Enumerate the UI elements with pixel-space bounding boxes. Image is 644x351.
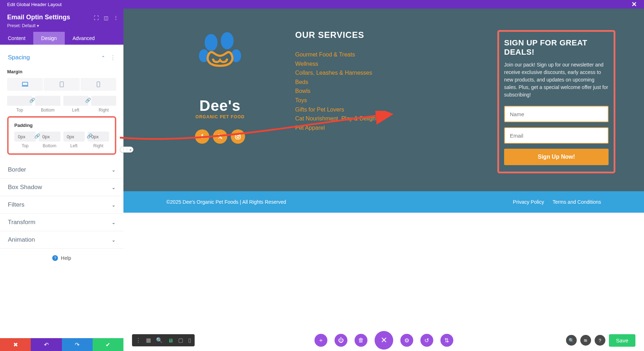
desktop-view-icon[interactable]: 🖥	[168, 337, 173, 343]
builder-bottom-bar: ⋮ ▦ 🔍 🖥 ▢ ▯ ＋ ⏻ 🗑 ✕ ⚙ ↺ ⇅ 🔍 ≋ ? Save	[123, 330, 644, 351]
service-link[interactable]: Bowls	[295, 86, 417, 96]
svg-point-9	[237, 135, 239, 138]
margin-right-input[interactable]	[91, 96, 116, 106]
svg-point-4	[205, 34, 218, 51]
padding-bottom-input[interactable]	[39, 132, 60, 142]
services-title: Our Services	[295, 30, 417, 40]
section-animation[interactable]: Animation ⌄	[0, 231, 123, 249]
view-toolbar: ⋮ ▦ 🔍 🖥 ▢ ▯	[132, 334, 195, 346]
section-border[interactable]: Border ⌄	[0, 161, 123, 179]
menu-dots-icon[interactable]: ⋮	[136, 337, 141, 343]
margin-label: Margin	[7, 69, 116, 74]
help-link[interactable]: ? Help	[0, 249, 123, 267]
builder-actions: ＋ ⏻ 🗑 ✕ ⚙ ↺ ⇅	[314, 331, 453, 350]
social-icons: f 𝕏	[195, 129, 245, 144]
window-titlebar: Edit Global Header Layout ✕	[0, 0, 644, 9]
drag-handle-icon[interactable]: ⋮⋮ ▸	[120, 147, 133, 153]
history-icon[interactable]: ↺	[420, 334, 433, 347]
link-icon[interactable]: 🔗	[87, 133, 93, 140]
margin-bottom-input[interactable]	[35, 96, 60, 106]
tablet-view-icon[interactable]: ▢	[178, 337, 183, 343]
window-title: Edit Global Header Layout	[7, 2, 62, 7]
help-icon: ?	[52, 255, 58, 261]
redo-button[interactable]: ↷	[62, 338, 93, 351]
layers-icon[interactable]: ≋	[580, 335, 591, 346]
signup-email-input[interactable]	[504, 127, 609, 144]
swap-icon[interactable]: ⇅	[440, 334, 453, 347]
footer-block: Dee's ORGANIC PET FOOD f 𝕏 Our Services …	[123, 9, 644, 191]
terms-link[interactable]: Terms and Conditions	[553, 199, 601, 205]
service-link[interactable]: Pet Apparel	[295, 123, 417, 133]
chevron-down-icon: ⌄	[112, 185, 116, 190]
facebook-icon[interactable]: f	[195, 129, 209, 144]
save-button[interactable]: Save	[609, 334, 635, 347]
discard-button[interactable]: ✖	[0, 338, 31, 351]
chevron-down-icon: ⌄	[112, 220, 116, 225]
service-link[interactable]: Toys	[295, 96, 417, 105]
signup-button[interactable]: Sign Up Now!	[504, 149, 609, 165]
copyright-text: ©2025 Dee's Organic Pet Foods | All Righ…	[166, 199, 286, 205]
close-builder-icon[interactable]: ✕	[375, 331, 393, 350]
expand-icon[interactable]: ⛶	[94, 15, 99, 21]
phone-view-icon[interactable]: ▯	[188, 337, 191, 343]
margin-left-input[interactable]	[63, 96, 88, 106]
help-circle-icon[interactable]: ?	[595, 335, 605, 346]
section-spacing[interactable]: Spacing ⌃ ⋮	[0, 49, 123, 66]
x-icon[interactable]: 𝕏	[213, 129, 227, 144]
service-link[interactable]: Beds	[295, 78, 417, 87]
undo-button[interactable]: ↶	[31, 338, 62, 351]
close-icon[interactable]: ✕	[631, 0, 637, 8]
padding-left-input[interactable]	[63, 132, 85, 142]
service-link[interactable]: Gourmet Food & Treats	[295, 50, 417, 59]
wireframe-icon[interactable]: ▦	[146, 337, 151, 343]
tab-advanced[interactable]: Advanced	[65, 32, 103, 45]
link-icon[interactable]: 🔗	[85, 98, 92, 104]
svg-point-5	[221, 32, 234, 49]
section-box-shadow[interactable]: Box Shadow ⌄	[0, 179, 123, 196]
padding-top-input[interactable]	[14, 132, 36, 142]
chevron-down-icon: ⌄	[112, 167, 116, 173]
panel-footer: ✖ ↶ ↷ ✔	[0, 338, 123, 351]
margin-inputs: Top Bottom Left Right 🔗 🔗	[7, 96, 116, 113]
link-icon[interactable]: 🔗	[34, 133, 41, 140]
service-link[interactable]: Cat Nourishment, Play & Delights	[295, 114, 417, 123]
search-icon[interactable]: 🔍	[566, 335, 577, 346]
trash-icon[interactable]: 🗑	[355, 334, 367, 347]
tab-content[interactable]: Content	[0, 32, 33, 45]
power-icon[interactable]: ⏻	[335, 334, 347, 347]
privacy-link[interactable]: Privacy Policy	[513, 199, 544, 205]
gear-icon[interactable]: ⚙	[400, 334, 413, 347]
chevron-up-icon: ⌃	[101, 55, 105, 60]
link-icon[interactable]: 🔗	[29, 98, 36, 104]
service-link[interactable]: Gifts for Pet Lovers	[295, 105, 417, 114]
zoom-icon[interactable]: 🔍	[156, 337, 163, 343]
signup-desc: Join our pack! Sign up for our newslette…	[504, 61, 609, 99]
add-icon[interactable]: ＋	[314, 334, 327, 347]
preset-dropdown[interactable]: Preset: Default ▾	[7, 23, 116, 28]
menu-dots-icon[interactable]: ⋮	[113, 15, 118, 21]
svg-rect-0	[23, 82, 28, 85]
logo-image	[191, 30, 249, 87]
section-dots-icon[interactable]: ⋮	[110, 54, 116, 61]
tab-design[interactable]: Design	[33, 32, 65, 45]
device-phone[interactable]	[80, 78, 116, 91]
responsive-device-row	[7, 78, 116, 91]
margin-top-input[interactable]	[7, 96, 32, 106]
signup-name-input[interactable]	[504, 106, 609, 122]
preview-area: Dee's ORGANIC PET FOOD f 𝕏 Our Services …	[123, 9, 644, 351]
section-transform[interactable]: Transform ⌄	[0, 214, 123, 231]
section-filters[interactable]: Filters ⌄	[0, 196, 123, 214]
padding-highlight: Padding Top Bottom Left Right 🔗 🔗	[7, 116, 116, 155]
instagram-icon[interactable]	[231, 129, 245, 144]
device-tablet[interactable]	[44, 78, 79, 91]
svg-rect-2	[60, 82, 64, 87]
dock-icon[interactable]: ◫	[104, 15, 108, 21]
signup-title: Sign Up for great deals!	[504, 38, 609, 57]
service-link[interactable]: Collars, Leashes & Harnesses	[295, 68, 417, 78]
chevron-down-icon: ⌄	[112, 237, 116, 243]
accept-button[interactable]: ✔	[93, 338, 123, 351]
device-desktop[interactable]	[7, 78, 43, 91]
svg-point-10	[239, 135, 240, 135]
service-link[interactable]: Wellness	[295, 59, 417, 69]
padding-label: Padding	[14, 123, 109, 128]
